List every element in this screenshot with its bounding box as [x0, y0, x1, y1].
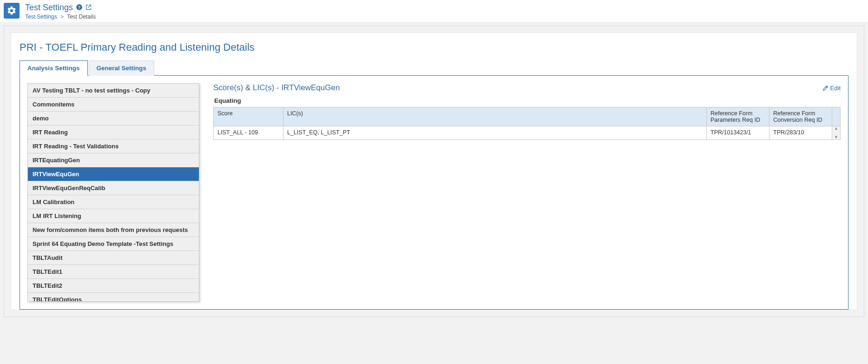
breadcrumb-sep: > [60, 13, 64, 20]
detail-title: Score(s) & LIC(s) - IRTViewEquGen [213, 83, 340, 93]
breadcrumb: Test Settings > Test Details [25, 13, 96, 20]
settings-listbox[interactable]: AV Testing TBLT - no test settings - Cop… [27, 83, 199, 302]
settings-listbox-wrap: AV Testing TBLT - no test settings - Cop… [27, 83, 199, 302]
tab-analysis[interactable]: Analysis Settings [20, 60, 88, 76]
panel-title: PRI - TOEFL Primary Reading and Listenin… [20, 41, 848, 53]
details-panel: PRI - TOEFL Primary Reading and Listenin… [11, 33, 857, 310]
list-item[interactable]: demo [28, 112, 199, 126]
cell-lic: L_LIST_EQ, L_LIST_PT [283, 126, 707, 140]
edit-button[interactable]: Edit [822, 85, 841, 92]
external-link-icon[interactable] [85, 4, 92, 12]
list-item[interactable]: IRT Reading - Test Validations [28, 139, 199, 153]
table-scroll-gutter [832, 107, 841, 126]
list-item[interactable]: IRTEquatingGen [28, 153, 199, 167]
list-item[interactable]: TBLTEdit2 [28, 279, 199, 293]
list-item[interactable]: TBLTEdit1 [28, 265, 199, 279]
cell-ref-conv: TPR/283/10 [769, 126, 832, 140]
section-label: Equating [214, 97, 841, 104]
tab-body: AV Testing TBLT - no test settings - Cop… [20, 76, 848, 310]
list-item[interactable]: TBLTAudit [28, 251, 199, 265]
col-lic[interactable]: LIC(s) [283, 107, 707, 126]
list-item[interactable]: AV Testing TBLT - no test settings - Cop… [28, 84, 199, 98]
chevron-down-icon[interactable]: ▼ [834, 135, 838, 139]
list-item[interactable]: LM Calibration [28, 195, 199, 209]
cell-ref-params: TPR/1013423/1 [707, 126, 769, 140]
help-icon[interactable]: ? [76, 4, 83, 12]
list-item[interactable]: Sprint 64 Equating Demo Template -Test S… [28, 237, 199, 251]
list-item[interactable]: IRT Reading [28, 126, 199, 139]
equating-table: Score LIC(s) Reference Form Parameters R… [213, 107, 841, 140]
chevron-up-icon[interactable]: ▲ [834, 126, 838, 131]
list-item[interactable]: IRTViewEquGenReqCalib [28, 181, 199, 195]
col-ref-params[interactable]: Reference Form Parameters Req ID [707, 107, 769, 126]
edit-label: Edit [830, 85, 841, 92]
page-header: Test Settings ? Test Settings > Test Det… [0, 0, 868, 22]
list-item[interactable]: IRTViewEquGen [28, 167, 199, 181]
cell-score: LIST_ALL - 109 [214, 126, 283, 140]
breadcrumb-current: Test Details [67, 13, 96, 20]
breadcrumb-root[interactable]: Test Settings [25, 13, 57, 20]
list-item[interactable]: LM IRT Listening [28, 209, 199, 223]
row-scroll-gutter[interactable]: ▲▼ [832, 126, 841, 140]
tab-general[interactable]: General Settings [89, 60, 154, 76]
svg-text:?: ? [78, 5, 80, 9]
list-item[interactable]: Commonitems [28, 98, 199, 112]
gear-icon [4, 3, 20, 19]
tabs: Analysis SettingsGeneral Settings [20, 60, 848, 76]
content-frame: PRI - TOEFL Primary Reading and Listenin… [4, 26, 864, 317]
table-row[interactable]: LIST_ALL - 109L_LIST_EQ, L_LIST_PTTPR/10… [214, 126, 841, 140]
detail-pane: Score(s) & LIC(s) - IRTViewEquGen Edit E… [213, 83, 841, 302]
edit-icon [822, 85, 829, 91]
page-title: Test Settings [25, 3, 73, 13]
list-item[interactable]: New form/common items both from previous… [28, 223, 199, 237]
list-item[interactable]: TBLTEditOptions [28, 293, 199, 302]
col-ref-conv[interactable]: Reference Form Conversion Req ID [769, 107, 832, 126]
col-score[interactable]: Score [214, 107, 283, 126]
